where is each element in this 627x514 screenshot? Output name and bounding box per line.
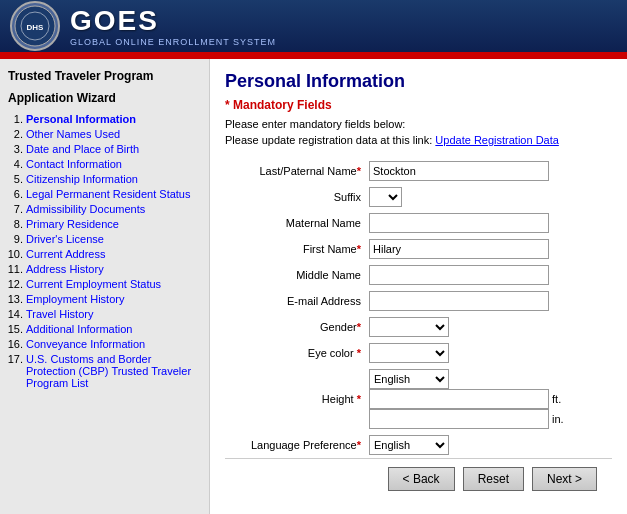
- dhs-seal: DHS: [10, 1, 60, 51]
- sidebar-link-admissibility[interactable]: Admissibility Documents: [26, 203, 145, 215]
- bottom-bar: < Back Reset Next >: [225, 458, 612, 499]
- height-ft-input[interactable]: [369, 389, 549, 409]
- gender-row: Gender* Male Female: [225, 314, 612, 340]
- page-title: Personal Information: [225, 71, 612, 92]
- sidebar-item-travel-history[interactable]: Travel History: [26, 308, 201, 320]
- first-name-row: First Name*: [225, 236, 612, 262]
- last-name-row: Last/Paternal Name*: [225, 158, 612, 184]
- sidebar-link-conveyance[interactable]: Conveyance Information: [26, 338, 145, 350]
- lang-pref-label: Language Preference*: [225, 432, 365, 458]
- sidebar-link-contact[interactable]: Contact Information: [26, 158, 122, 170]
- height-in-label: in.: [552, 413, 564, 425]
- first-name-field-cell: [365, 236, 612, 262]
- gender-required-star: *: [357, 321, 361, 333]
- email-field-cell: [365, 288, 612, 314]
- back-button[interactable]: < Back: [388, 467, 455, 491]
- email-input[interactable]: [369, 291, 549, 311]
- last-name-field-cell: [365, 158, 612, 184]
- suffix-select[interactable]: Jr Sr II III: [369, 187, 402, 207]
- maternal-name-input[interactable]: [369, 213, 549, 233]
- middle-name-row: Middle Name: [225, 262, 612, 288]
- enter-note: Please enter mandatory fields below:: [225, 118, 612, 130]
- update-note-text: Please update registration data at this …: [225, 134, 432, 146]
- sidebar: Trusted Traveler Program Application Wiz…: [0, 59, 210, 514]
- update-note: Please update registration data at this …: [225, 134, 612, 146]
- eye-color-field-cell: Black Blue Brown Green Hazel: [365, 340, 612, 366]
- personal-info-form: Last/Paternal Name* Suffix Jr Sr II: [225, 158, 612, 458]
- sidebar-link-dob[interactable]: Date and Place of Birth: [26, 143, 139, 155]
- maternal-name-field-cell: [365, 210, 612, 236]
- gender-label: Gender*: [225, 314, 365, 340]
- sidebar-link-travel-history[interactable]: Travel History: [26, 308, 93, 320]
- sidebar-link-citizenship[interactable]: Citizenship Information: [26, 173, 138, 185]
- sidebar-link-drivers-license[interactable]: Driver's License: [26, 233, 104, 245]
- sidebar-title-line1: Trusted Traveler Program: [8, 69, 201, 83]
- sidebar-item-address-history[interactable]: Address History: [26, 263, 201, 275]
- sidebar-item-primary-residence[interactable]: Primary Residence: [26, 218, 201, 230]
- eye-required-star: *: [354, 347, 361, 359]
- sidebar-item-admissibility[interactable]: Admissibility Documents: [26, 203, 201, 215]
- sidebar-nav: Personal Information Other Names Used Da…: [8, 113, 201, 389]
- height-unit-select[interactable]: English Metric: [369, 369, 449, 389]
- sidebar-item-current-address[interactable]: Current Address: [26, 248, 201, 260]
- sidebar-link-primary-residence[interactable]: Primary Residence: [26, 218, 119, 230]
- sidebar-item-drivers-license[interactable]: Driver's License: [26, 233, 201, 245]
- suffix-row: Suffix Jr Sr II III: [225, 184, 612, 210]
- eye-color-select[interactable]: Black Blue Brown Green Hazel: [369, 343, 449, 363]
- sidebar-item-dob[interactable]: Date and Place of Birth: [26, 143, 201, 155]
- first-name-required-star: *: [357, 243, 361, 255]
- next-button[interactable]: Next >: [532, 467, 597, 491]
- language-preference-select[interactable]: English Spanish French: [369, 435, 449, 455]
- email-label: E-mail Address: [225, 288, 365, 314]
- last-name-input[interactable]: [369, 161, 549, 181]
- eye-color-label: Eye color *: [225, 340, 365, 366]
- sidebar-link-additional-info[interactable]: Additional Information: [26, 323, 132, 335]
- eye-color-row: Eye color * Black Blue Brown Green Hazel: [225, 340, 612, 366]
- goes-logo: GOES GLOBAL ONLINE ENROLLMENT SYSTEM: [70, 5, 276, 47]
- sidebar-item-other-names[interactable]: Other Names Used: [26, 128, 201, 140]
- last-name-label: Last/Paternal Name*: [225, 158, 365, 184]
- height-ft-label: ft.: [552, 393, 561, 405]
- reset-button[interactable]: Reset: [463, 467, 524, 491]
- maternal-name-row: Maternal Name: [225, 210, 612, 236]
- sidebar-link-legal-permanent[interactable]: Legal Permanent Resident Status: [26, 188, 191, 200]
- sidebar-link-employment-status[interactable]: Current Employment Status: [26, 278, 161, 290]
- sidebar-item-employment-history[interactable]: Employment History: [26, 293, 201, 305]
- height-row: Height * English Metric ft. in.: [225, 366, 612, 432]
- sidebar-link-current-address[interactable]: Current Address: [26, 248, 105, 260]
- first-name-input[interactable]: [369, 239, 549, 259]
- update-registration-link[interactable]: Update Registration Data: [435, 134, 559, 146]
- middle-name-label: Middle Name: [225, 262, 365, 288]
- gender-field-cell: Male Female: [365, 314, 612, 340]
- sidebar-item-cbp[interactable]: U.S. Customs and Border Protection (CBP)…: [26, 353, 201, 389]
- last-name-required-star: *: [357, 165, 361, 177]
- sidebar-item-personal-information[interactable]: Personal Information: [26, 113, 201, 125]
- lang-required-star: *: [357, 439, 361, 451]
- sidebar-link-employment-history[interactable]: Employment History: [26, 293, 124, 305]
- middle-name-field-cell: [365, 262, 612, 288]
- sidebar-item-employment-status[interactable]: Current Employment Status: [26, 278, 201, 290]
- sidebar-item-contact[interactable]: Contact Information: [26, 158, 201, 170]
- suffix-field-cell: Jr Sr II III: [365, 184, 612, 210]
- sidebar-link-address-history[interactable]: Address History: [26, 263, 104, 275]
- height-required-star: *: [354, 393, 361, 405]
- sidebar-link-cbp[interactable]: U.S. Customs and Border Protection (CBP)…: [26, 353, 191, 389]
- lang-pref-field-cell: English Spanish French: [365, 432, 612, 458]
- sidebar-link-other-names[interactable]: Other Names Used: [26, 128, 120, 140]
- gender-select[interactable]: Male Female: [369, 317, 449, 337]
- height-in-input[interactable]: [369, 409, 549, 429]
- content-area: Personal Information * Mandatory Fields …: [210, 59, 627, 514]
- sidebar-item-additional-info[interactable]: Additional Information: [26, 323, 201, 335]
- goes-subtitle: GLOBAL ONLINE ENROLLMENT SYSTEM: [70, 37, 276, 47]
- svg-text:DHS: DHS: [27, 23, 45, 32]
- sidebar-item-citizenship[interactable]: Citizenship Information: [26, 173, 201, 185]
- height-field-cell: English Metric ft. in.: [365, 366, 612, 432]
- sidebar-item-conveyance[interactable]: Conveyance Information: [26, 338, 201, 350]
- sidebar-item-legal-permanent[interactable]: Legal Permanent Resident Status: [26, 188, 201, 200]
- first-name-label: First Name*: [225, 236, 365, 262]
- middle-name-input[interactable]: [369, 265, 549, 285]
- sidebar-title-line2: Application Wizard: [8, 91, 201, 105]
- main-layout: Trusted Traveler Program Application Wiz…: [0, 59, 627, 514]
- maternal-name-label: Maternal Name: [225, 210, 365, 236]
- sidebar-link-personal-information[interactable]: Personal Information: [26, 113, 136, 125]
